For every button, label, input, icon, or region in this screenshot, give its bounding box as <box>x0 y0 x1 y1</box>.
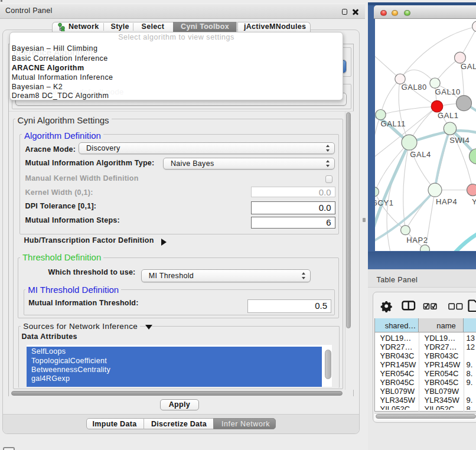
svg-text:SWI4: SWI4 <box>449 136 470 145</box>
svg-text:GAL11: GAL11 <box>380 120 405 129</box>
svg-text:GCY1: GCY1 <box>375 198 394 207</box>
svg-text:GAL10: GAL10 <box>435 87 460 96</box>
svg-text:HAP2: HAP2 <box>406 236 428 244</box>
svg-text:YD: YD <box>471 197 476 206</box>
svg-text:GAL1: GAL1 <box>437 111 458 120</box>
svg-text:GAL7: GAL7 <box>460 62 476 71</box>
svg-text:GAL4: GAL4 <box>410 151 431 159</box>
svg-text:GAL80: GAL80 <box>401 83 426 92</box>
svg-text:HAP4: HAP4 <box>435 197 457 206</box>
